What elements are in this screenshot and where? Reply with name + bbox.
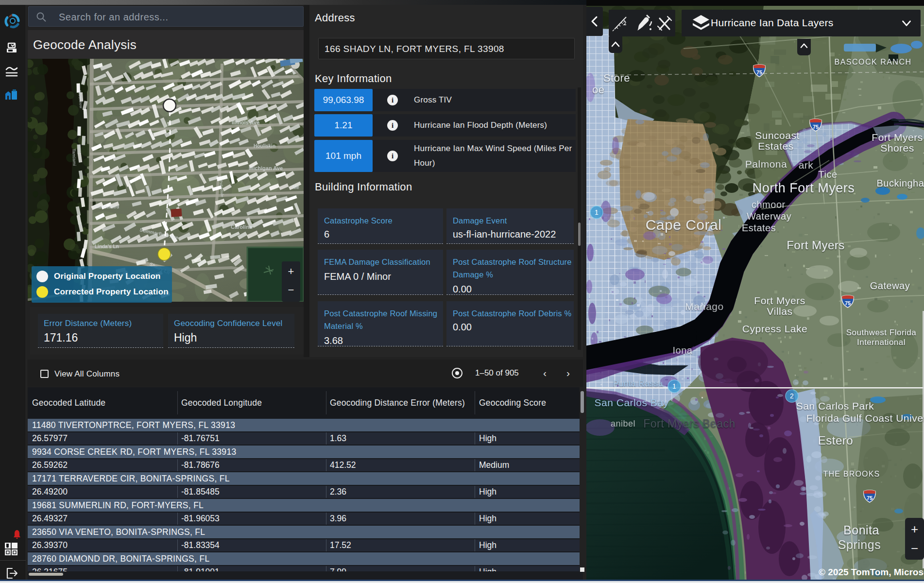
svg-text:Cape Coral: Cape Coral	[646, 217, 722, 233]
svg-text:75: 75	[756, 69, 762, 75]
svg-text:BASCOCK RANCH: BASCOCK RANCH	[834, 58, 911, 66]
svg-text:Suncoast: Suncoast	[755, 130, 800, 141]
svg-text:Illinois Ave: Illinois Ave	[232, 120, 259, 125]
svg-text:Tamiami: Tamiami	[71, 149, 77, 166]
svg-text:Southwest Florida: Southwest Florida	[846, 328, 917, 337]
svg-text:San Carlos Bay: San Carlos Bay	[595, 397, 669, 408]
svg-text:Iona: Iona	[673, 345, 693, 356]
svg-text:Houliskin: Houliskin	[254, 143, 275, 149]
svg-text:chmoor: chmoor	[752, 199, 786, 210]
svg-text:75: 75	[813, 124, 819, 130]
svg-text:North Fort Myers: North Fort Myers	[753, 181, 855, 195]
svg-text:Estates: Estates	[742, 223, 776, 233]
svg-text:Me: Me	[292, 185, 299, 190]
svg-text:Estero: Estero	[818, 434, 853, 447]
svg-text:Mariago: Mariago	[685, 301, 723, 312]
svg-text:ark: ark	[799, 159, 814, 171]
svg-text:Palmona: Palmona	[745, 158, 787, 170]
svg-text:75: 75	[845, 300, 851, 306]
svg-text:Linda's Ln: Linda's Ln	[95, 244, 119, 249]
svg-text:Villas: Villas	[767, 306, 793, 317]
svg-text:Carolina: Carolina	[231, 224, 253, 230]
svg-text:Thunderbird: Thunderbird	[93, 205, 119, 209]
svg-text:San Carlos Park: San Carlos Park	[796, 400, 874, 412]
svg-text:2: 2	[790, 392, 794, 400]
svg-text:Gateway: Gateway	[870, 280, 910, 291]
svg-text:Fort Myers: Fort Myers	[754, 295, 805, 306]
svg-text:oe: oe	[592, 84, 604, 96]
svg-text:anibel: anibel	[611, 419, 635, 429]
svg-text:Tice: Tice	[818, 169, 837, 180]
svg-text:75: 75	[867, 495, 873, 501]
svg-text:Waterway: Waterway	[747, 211, 791, 222]
svg-text:1: 1	[595, 208, 599, 216]
svg-text:Fort Myers Beach: Fort Myers Beach	[643, 417, 736, 430]
svg-text:Springs: Springs	[838, 538, 881, 551]
svg-text:Fort Myers: Fort Myers	[787, 239, 845, 252]
svg-text:Bonita: Bonita	[843, 523, 879, 537]
svg-text:Michigan Ave: Michigan Ave	[249, 165, 283, 171]
svg-text:Punta Rassa: Punta Rassa	[613, 379, 663, 388]
svg-text:Florida Gulf Coast Universit: Florida Gulf Coast Universit	[806, 412, 924, 424]
svg-text:Buckingham: Buckingham	[876, 178, 924, 189]
svg-text:Fort Myers: Fort Myers	[872, 132, 923, 143]
svg-text:Cypress Lake: Cypress Lake	[742, 323, 807, 334]
svg-text:Shores: Shores	[880, 142, 914, 154]
svg-text:THE BROOKS: THE BROOKS	[823, 470, 880, 478]
svg-text:Store: Store	[603, 72, 630, 84]
svg-text:1: 1	[672, 382, 676, 390]
svg-text:Estates: Estates	[758, 140, 794, 152]
svg-text:International: International	[857, 338, 906, 347]
